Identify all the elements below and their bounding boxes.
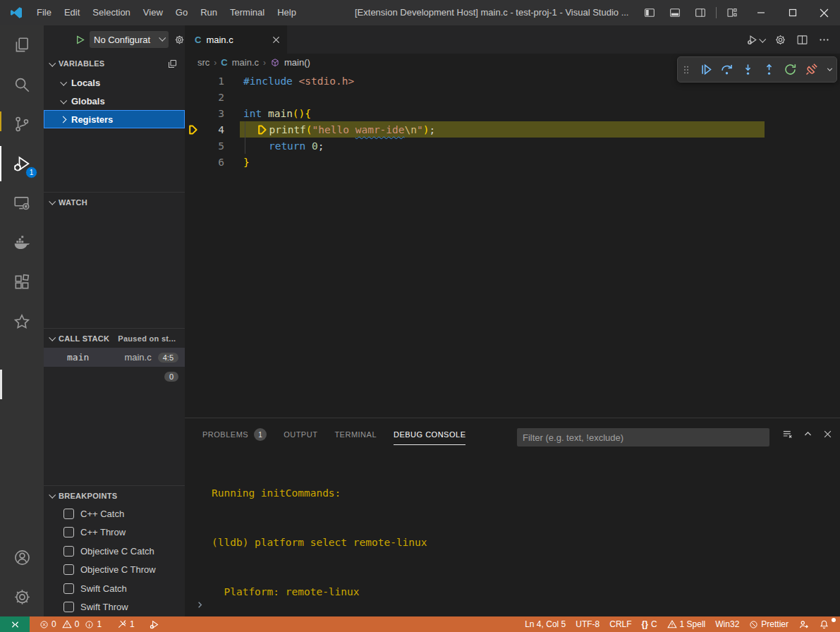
run-or-debug-button[interactable] (746, 34, 765, 46)
copy-value-icon[interactable] (167, 59, 178, 69)
extensions-icon[interactable] (0, 262, 44, 302)
variables-scope-locals[interactable]: Locals (44, 73, 185, 92)
split-editor-icon[interactable] (796, 34, 808, 46)
breakpoint-cpp-throw[interactable]: C++ Throw (44, 523, 185, 542)
spell-checker-status[interactable]: 1 Spell (662, 619, 711, 629)
explorer-icon[interactable] (0, 25, 44, 65)
maximize-button[interactable] (777, 0, 808, 25)
breakpoints-section-header[interactable]: BREAKPOINTS (44, 485, 185, 505)
step-out-icon[interactable] (762, 62, 777, 77)
tab-problems[interactable]: PROBLEMS 1 (202, 418, 267, 451)
eol-sequence[interactable]: CRLF (604, 619, 636, 629)
breakpoint-gutter[interactable] (185, 154, 202, 170)
menu-terminal[interactable]: Terminal (224, 0, 271, 25)
docker-icon[interactable] (0, 223, 44, 262)
menu-file[interactable]: File (30, 0, 58, 25)
disconnect-icon[interactable] (804, 62, 819, 77)
breakpoint-gutter[interactable] (185, 89, 202, 105)
clear-console-icon[interactable] (781, 428, 793, 440)
toggle-panel-icon[interactable] (662, 0, 688, 25)
console-filter-input[interactable] (517, 428, 769, 446)
variables-section-header[interactable]: VARIABLES (44, 54, 185, 73)
toggle-sidebar-icon[interactable] (637, 0, 662, 25)
breakpoint-gutter[interactable] (185, 73, 202, 89)
breakpoint-swift-throw[interactable]: Swift Throw (44, 598, 185, 617)
remote-explorer-icon[interactable] (0, 183, 44, 223)
breakpoint-checkbox[interactable] (63, 527, 74, 537)
test-explorer-icon[interactable] (0, 302, 44, 341)
editor-settings-gear-icon[interactable] (774, 34, 786, 46)
close-tab-icon[interactable] (272, 36, 280, 44)
debug-status-icon-item[interactable] (144, 619, 164, 630)
run-and-debug-icon[interactable]: 1 (0, 144, 44, 183)
breakpoint-checkbox[interactable] (63, 602, 74, 612)
code-line[interactable]: 3int main(){ (185, 105, 840, 121)
account-icon[interactable] (0, 537, 44, 577)
breadcrumb-folder[interactable]: src (197, 57, 209, 68)
variables-scope-globals[interactable]: Globals (44, 92, 185, 110)
breakpoint-checkbox[interactable] (63, 546, 74, 557)
feedback-account-item[interactable] (793, 619, 814, 630)
code-editor[interactable]: 1#include <stdio.h>23int main(){4 printf… (185, 71, 840, 418)
minimize-button[interactable] (745, 0, 777, 25)
close-panel-icon[interactable] (822, 429, 833, 439)
breakpoint-checkbox[interactable] (63, 564, 74, 575)
thread-row[interactable]: 0 (44, 367, 185, 386)
source-control-icon[interactable] (0, 104, 44, 144)
search-icon[interactable] (0, 65, 44, 104)
notifications-bell[interactable] (814, 619, 834, 630)
tab-terminal[interactable]: TERMINAL (334, 418, 377, 451)
more-actions-icon[interactable] (818, 34, 830, 46)
current-frame-gutter-arrow-icon[interactable] (185, 121, 202, 138)
debug-configuration-dropdown[interactable]: No Configurat (90, 31, 169, 48)
breadcrumb-file[interactable]: main.c (232, 57, 259, 68)
code-line[interactable]: 2 (185, 89, 840, 105)
step-into-icon[interactable] (741, 62, 755, 77)
close-window-button[interactable] (808, 0, 840, 25)
tab-main-c[interactable]: C main.c (185, 25, 287, 54)
continue-icon[interactable] (698, 62, 713, 77)
menu-selection[interactable]: Selection (86, 0, 136, 25)
platform-target[interactable]: Win32 (710, 619, 744, 629)
restart-icon[interactable] (783, 62, 798, 77)
configure-launch-gear-icon[interactable] (174, 35, 185, 45)
call-stack-section-header[interactable]: CALL STACK Paused on st... (44, 328, 185, 348)
stack-frame-row[interactable]: main main.c 4:5 (44, 348, 185, 367)
menu-view[interactable]: View (137, 0, 169, 25)
settings-gear-icon[interactable] (0, 577, 44, 616)
breakpoint-gutter[interactable] (185, 138, 202, 154)
breakpoint-swift-catch[interactable]: Swift Catch (44, 579, 185, 598)
breakpoint-checkbox[interactable] (63, 509, 74, 519)
console-input-prompt-icon[interactable] (195, 600, 205, 610)
code-line[interactable]: 4 printf("hello wamr-ide\n"); (185, 121, 840, 138)
watch-section-header[interactable]: WATCH (44, 192, 185, 212)
tab-debug-console[interactable]: DEBUG CONSOLE (394, 418, 465, 451)
toolchain-status[interactable]: 1 (112, 619, 140, 629)
menu-run[interactable]: Run (194, 0, 224, 25)
cursor-position[interactable]: Ln 4, Col 5 (520, 619, 571, 629)
variables-scope-registers[interactable]: Registers (44, 110, 185, 128)
customize-layout-icon[interactable] (719, 0, 745, 25)
step-over-icon[interactable] (719, 62, 734, 77)
tab-output[interactable]: OUTPUT (284, 418, 317, 451)
breadcrumb-symbol[interactable]: main() (284, 57, 310, 68)
breakpoint-cpp-catch[interactable]: C++ Catch (44, 504, 185, 523)
breakpoint-checkbox[interactable] (63, 583, 74, 594)
toggle-secondary-sidebar-icon[interactable] (688, 0, 713, 25)
debug-session-chevron-icon[interactable] (825, 65, 834, 74)
encoding[interactable]: UTF-8 (571, 619, 604, 629)
start-debugging-icon[interactable] (75, 35, 85, 45)
menu-help[interactable]: Help (271, 0, 303, 25)
toolbar-drag-grip[interactable] (681, 64, 692, 75)
breakpoint-objc-throw[interactable]: Objective C Throw (44, 561, 185, 580)
formatter-status[interactable]: Prettier (744, 619, 793, 629)
breakpoint-gutter[interactable] (185, 105, 202, 121)
menu-edit[interactable]: Edit (58, 0, 86, 25)
language-mode[interactable]: {} C (637, 619, 662, 629)
maximize-panel-chevron-icon[interactable] (803, 429, 813, 439)
code-line[interactable]: 5 return 0; (185, 138, 840, 154)
remote-indicator[interactable] (0, 616, 30, 632)
problems-status[interactable]: 0 0 1 (35, 619, 106, 629)
breakpoint-objc-catch[interactable]: Objective C Catch (44, 542, 185, 561)
code-line[interactable]: 6} (185, 154, 840, 170)
